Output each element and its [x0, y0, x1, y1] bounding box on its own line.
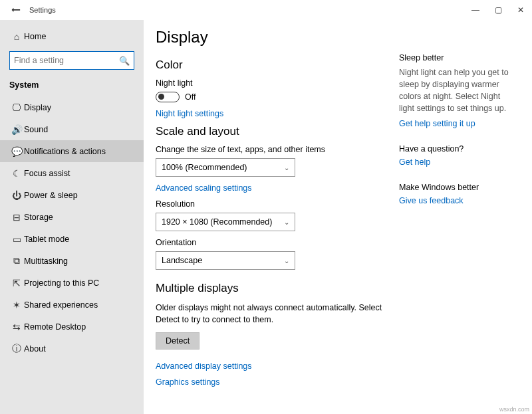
sidebar-item-label: Shared experiences: [24, 300, 98, 310]
window-title: Settings: [27, 6, 56, 14]
display-icon: 🖵: [9, 102, 24, 113]
section-scale: Scale and layout: [156, 125, 388, 138]
sidebar-item-label: Display: [24, 103, 51, 112]
sidebar-item-label: Focus assist: [24, 169, 70, 178]
sidebar-item-focus-assist[interactable]: ☾ Focus assist: [0, 162, 144, 184]
power-icon: ⏻: [9, 190, 24, 201]
sidebar-item-label: Power & sleep: [24, 191, 78, 200]
advanced-display-link[interactable]: Advanced display settings: [156, 362, 388, 371]
sidebar-item-about[interactable]: ⓘ About: [0, 338, 144, 360]
chevron-down-icon: ⌄: [284, 257, 289, 264]
sidebar-item-display[interactable]: 🖵 Display: [0, 96, 144, 118]
storage-icon: ⊟: [9, 212, 24, 223]
maximize-button[interactable]: ▢: [487, 0, 509, 20]
info-column: Sleep better Night light can help you ge…: [388, 28, 532, 414]
sidebar-item-remote-desktop[interactable]: ⇆ Remote Desktop: [0, 316, 144, 338]
sidebar-item-multitasking[interactable]: ⧉ Multitasking: [0, 250, 144, 272]
search-icon: 🔍: [119, 56, 130, 66]
toggle-track: [156, 92, 180, 102]
window-controls: — ▢ ✕: [464, 0, 532, 20]
sidebar-item-notifications[interactable]: 💬 Notifications & actions: [0, 140, 144, 162]
chevron-down-icon: ⌄: [284, 219, 289, 226]
focus-assist-icon: ☾: [9, 168, 24, 179]
toggle-state: Off: [185, 92, 196, 102]
feedback-link[interactable]: Give us feedback: [399, 196, 464, 205]
sidebar-item-sound[interactable]: 🔊 Sound: [0, 118, 144, 140]
detect-button[interactable]: Detect: [156, 332, 200, 350]
resolution-dropdown[interactable]: 1920 × 1080 (Recommended) ⌄: [156, 213, 295, 231]
sidebar-item-label: About: [24, 344, 46, 354]
home-icon: ⌂: [9, 31, 24, 42]
resolution-label: Resolution: [156, 199, 388, 209]
have-question-title: Have a question?: [399, 144, 513, 154]
sidebar-item-label: Tablet mode: [24, 235, 69, 244]
tablet-icon: ▭: [9, 234, 24, 245]
projecting-icon: ⇱: [9, 278, 24, 288]
section-multiple-displays: Multiple displays: [156, 282, 388, 295]
resolution-value: 1920 × 1080 (Recommended): [162, 217, 272, 227]
night-light-toggle[interactable]: Off: [156, 92, 388, 102]
titlebar: 🠔 Settings — ▢ ✕: [0, 0, 532, 20]
sleep-better-title: Sleep better: [399, 53, 513, 62]
search-input[interactable]: [14, 56, 119, 65]
sidebar-item-storage[interactable]: ⊟ Storage: [0, 206, 144, 228]
remote-desktop-icon: ⇆: [9, 322, 24, 332]
sidebar-item-label: Multitasking: [24, 257, 68, 266]
night-light-label: Night light: [156, 78, 388, 88]
back-button[interactable]: 🠔: [5, 5, 27, 15]
notifications-icon: 💬: [9, 146, 24, 157]
sleep-better-link[interactable]: Get help setting it up: [399, 119, 475, 128]
sidebar-item-tablet-mode[interactable]: ▭ Tablet mode: [0, 228, 144, 250]
feedback-title: Make Windows better: [399, 183, 513, 192]
sleep-better-body: Night light can help you get to sleep by…: [399, 66, 513, 115]
graphics-settings-link[interactable]: Graphics settings: [156, 377, 388, 387]
scale-label: Change the size of text, apps, and other…: [156, 145, 388, 154]
watermark: wsxdn.com: [499, 406, 529, 413]
home-label: Home: [24, 32, 46, 41]
sidebar-item-label: Remote Desktop: [24, 322, 86, 332]
sidebar-item-label: Projecting to this PC: [24, 278, 99, 288]
scale-value: 100% (Recommended): [162, 163, 247, 172]
sidebar-item-shared-experiences[interactable]: ✶ Shared experiences: [0, 294, 144, 316]
close-button[interactable]: ✕: [509, 0, 532, 20]
orientation-label: Orientation: [156, 238, 388, 247]
orientation-dropdown[interactable]: Landscape ⌄: [156, 251, 295, 270]
multi-displays-text: Older displays might not always connect …: [156, 302, 388, 326]
sidebar: ⌂ Home 🔍 System 🖵 Display 🔊 Sound 💬 Noti…: [0, 20, 144, 414]
multitasking-icon: ⧉: [9, 255, 24, 266]
about-icon: ⓘ: [9, 343, 24, 355]
sidebar-item-label: Notifications & actions: [24, 147, 106, 156]
sidebar-item-power-sleep[interactable]: ⏻ Power & sleep: [0, 184, 144, 206]
nav-header: System: [0, 78, 144, 96]
page-title: Display: [156, 28, 388, 47]
home-button[interactable]: ⌂ Home: [0, 25, 144, 47]
night-light-settings-link[interactable]: Night light settings: [156, 109, 388, 118]
orientation-value: Landscape: [162, 256, 202, 265]
shared-icon: ✶: [9, 300, 24, 310]
search-box[interactable]: 🔍: [9, 51, 134, 70]
advanced-scaling-link[interactable]: Advanced scaling settings: [156, 183, 388, 193]
sidebar-item-projecting[interactable]: ⇱ Projecting to this PC: [0, 272, 144, 294]
main-panel: Display Color Night light Off Night ligh…: [144, 20, 532, 414]
sidebar-item-label: Sound: [24, 125, 48, 134]
minimize-button[interactable]: —: [464, 0, 487, 20]
chevron-down-icon: ⌄: [284, 164, 289, 171]
get-help-link[interactable]: Get help: [399, 157, 430, 167]
sound-icon: 🔊: [9, 124, 24, 135]
section-color: Color: [156, 58, 388, 72]
toggle-thumb: [158, 94, 164, 100]
scale-dropdown[interactable]: 100% (Recommended) ⌄: [156, 158, 295, 177]
sidebar-item-label: Storage: [24, 213, 53, 222]
